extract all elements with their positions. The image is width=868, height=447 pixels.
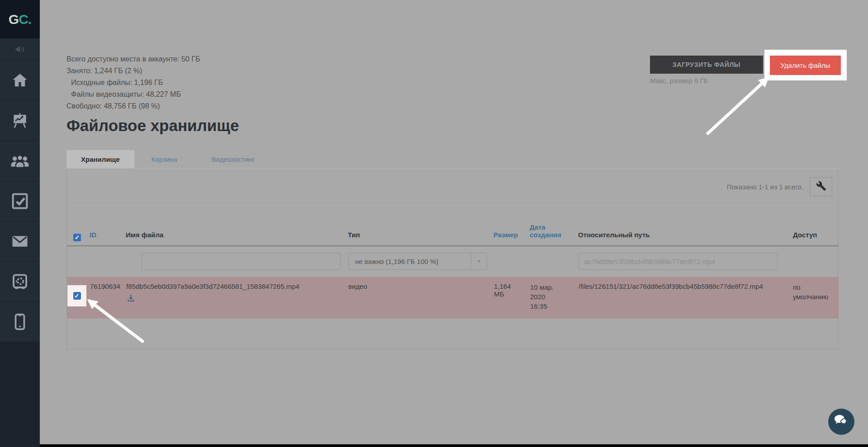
file-date: 10 мар. 2020 16:35 (530, 282, 558, 311)
megaphone-icon (13, 42, 27, 56)
sidebar-item-announcements[interactable] (0, 38, 40, 61)
tab-storage[interactable]: Хранилище (66, 150, 134, 168)
logo[interactable]: GC. (0, 0, 40, 38)
users-icon (10, 151, 30, 171)
sidebar-menu (0, 38, 40, 342)
tabs: Хранилище Корзина Видеохостинг (66, 150, 838, 169)
select-all-checkbox[interactable]: ✓ (73, 234, 81, 241)
safe-icon (10, 272, 29, 291)
path-filter-input[interactable] (579, 253, 778, 270)
column-header-path: Относительный путь (578, 206, 787, 246)
upload-files-button[interactable]: ЗАГРУЗИТЬ ФАЙЛЫ (650, 56, 763, 74)
storage-summary: Всего доступно места в аккаунте: 50 ГБ З… (66, 53, 200, 112)
column-header-id[interactable]: ID (90, 206, 126, 246)
tasks-checkbox-icon (10, 191, 30, 211)
logo-letter-c: C. (19, 12, 31, 27)
sidebar-item-storage[interactable] (0, 262, 40, 302)
storage-summary-line: Свободно: 48,756 ГБ (98 %) (66, 100, 200, 112)
chat-bubbles-icon (834, 414, 849, 429)
table-filter-row: не важно (1,196 ГБ 100 %) ▼ (67, 246, 839, 277)
table-footer-row (67, 319, 839, 349)
storage-summary-line: Занято: 1,244 ГБ (2 %) (66, 65, 200, 77)
sidebar-item-users[interactable] (0, 141, 40, 181)
analytics-board-icon (10, 111, 29, 130)
row-checkbox[interactable]: ✓ (73, 292, 81, 300)
sidebar-item-mail[interactable] (0, 221, 40, 262)
page-title: Файловое хранилище (66, 117, 239, 135)
logo-letter-g: G (9, 12, 19, 27)
file-path: /files/126151/321/ac76dd8e53f39bcb45b598… (578, 277, 787, 319)
tutorial-highlight-delete: Удалить файлы (764, 50, 847, 80)
sidebar-item-tasks[interactable] (0, 181, 40, 221)
pagination-summary: Показано 1-1 из 1 всего. (727, 183, 803, 191)
file-id-link[interactable]: 76190634 (90, 277, 126, 319)
tutorial-highlight-checkbox: ✓ (67, 285, 86, 306)
mail-icon (10, 231, 30, 251)
delete-files-button[interactable]: Удалить файлы (770, 56, 841, 75)
sidebar-item-analytics[interactable] (0, 101, 40, 141)
file-size: 1,164 МБ (494, 282, 516, 298)
name-filter-input[interactable] (142, 253, 341, 270)
file-access: по умолчанию (793, 282, 836, 301)
storage-summary-line: Исходные файлы: 1,196 ГБ (66, 77, 200, 89)
app-root: GC. (0, 0, 868, 447)
table-header-row: ✓ ID Имя файла Тип Размер Дата создания … (67, 206, 839, 246)
sidebar-item-mobile[interactable] (0, 302, 40, 342)
files-table: ✓ ID Имя файла Тип Размер Дата создания … (67, 206, 839, 349)
file-type: видео (348, 277, 493, 319)
chevron-down-icon: ▼ (471, 253, 487, 269)
wrench-icon (816, 181, 826, 193)
files-grid: Показано 1-1 из 1 всего. ✓ ID (66, 168, 838, 349)
sidebar: GC. (0, 0, 40, 447)
tutorial-arrow-to-delete-button (701, 75, 776, 140)
storage-summary-line: Всего доступно места в аккаунте: 50 ГБ (66, 53, 200, 65)
home-icon (10, 71, 29, 90)
bottom-bar (40, 444, 868, 447)
column-header-size[interactable]: Размер (493, 206, 530, 246)
type-filter-select[interactable]: не важно (1,196 ГБ 100 %) ▼ (348, 253, 487, 270)
download-icon (126, 297, 136, 305)
storage-summary-line: Файлы видеозащиты: 48,227 МБ (66, 89, 200, 100)
type-filter-selected-value: не важно (1,196 ГБ 100 %) (349, 258, 471, 265)
column-header-name: Имя файла (126, 206, 348, 246)
column-header-access: Доступ (787, 206, 839, 246)
tab-trash[interactable]: Корзина (134, 150, 194, 168)
table-row: ✓ 76190634 f85db5c5eb0d397a9a0e3f3d72466… (67, 277, 839, 319)
download-file-button[interactable] (126, 294, 136, 305)
table-settings-button[interactable] (810, 177, 832, 196)
max-size-note: Макс. размер 6 ГБ (650, 77, 708, 85)
chat-widget-button[interactable] (828, 409, 854, 435)
column-header-date[interactable]: Дата создания (530, 206, 578, 246)
phone-icon (10, 312, 29, 331)
column-header-type: Тип (348, 206, 493, 246)
file-name: f85db5c5eb0d397a9a0e3f3d72466581_1583847… (126, 282, 347, 290)
sidebar-item-home[interactable] (0, 61, 40, 101)
tab-videohosting[interactable]: Видеохостинг (194, 150, 272, 168)
